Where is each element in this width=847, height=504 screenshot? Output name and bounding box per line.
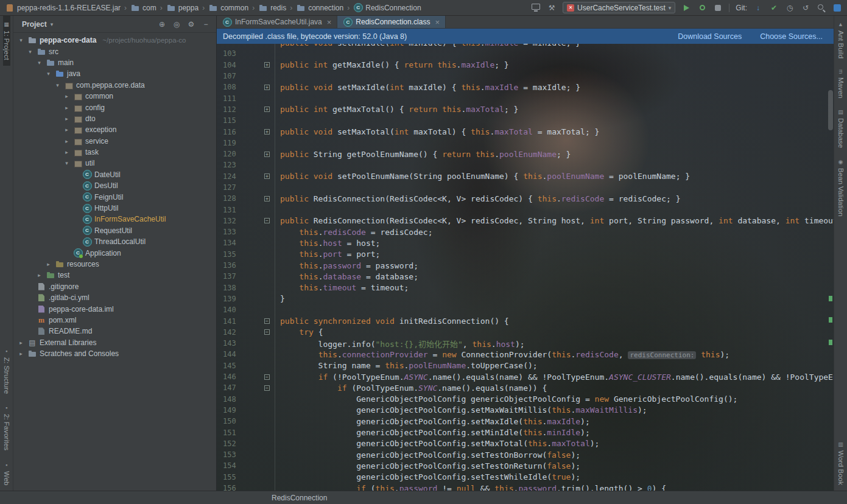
- breadcrumb-item-redisconnection[interactable]: RedisConnection: [353, 3, 421, 13]
- scrollbar-thumb[interactable]: [828, 90, 833, 130]
- chevron-collapsed-icon[interactable]: ▸: [63, 149, 71, 155]
- locate-icon[interactable]: ⊕: [156, 20, 167, 29]
- tree-item-dto[interactable]: ▸dto: [13, 113, 216, 124]
- chevron-collapsed-icon[interactable]: ▸: [44, 261, 52, 267]
- tool-window-button-z-structure[interactable]: ▪Z: Structure: [3, 343, 10, 399]
- chevron-expanded-icon[interactable]: ▾: [26, 49, 34, 55]
- undo-icon[interactable]: ↺: [801, 3, 810, 13]
- breadcrumb-item-peppa[interactable]: peppa: [166, 3, 199, 13]
- history-icon[interactable]: ◷: [785, 3, 795, 13]
- tool-window-button-word-book[interactable]: ▥Word Book: [837, 436, 845, 491]
- chevron-collapsed-icon[interactable]: ▸: [17, 351, 25, 357]
- chevron-expanded-icon[interactable]: ▾: [44, 71, 52, 77]
- close-icon[interactable]: ×: [327, 18, 332, 27]
- tool-window-button-1-project[interactable]: ▦1: Project: [3, 16, 10, 66]
- fold-icon[interactable]: +: [264, 196, 270, 201]
- tool-window-button-web[interactable]: ▪Web: [3, 457, 10, 491]
- search-icon[interactable]: [817, 3, 826, 13]
- chevron-expanded-icon[interactable]: ▾: [17, 37, 25, 43]
- tool-window-button-maven[interactable]: mMaven: [837, 64, 845, 103]
- tool-window-button-bean-validation[interactable]: ◉Bean Validation: [837, 153, 845, 222]
- collapse-all-icon[interactable]: ◎: [171, 20, 182, 29]
- tree-item-exception[interactable]: ▸exception: [13, 124, 216, 135]
- tree-item-scratches-and-consoles[interactable]: ▸Scratches and Consoles: [13, 348, 216, 359]
- banner-link-choose-sources[interactable]: Choose Sources...: [760, 32, 823, 41]
- tree-item-application[interactable]: Application: [13, 247, 216, 258]
- tree-item-gitlab-ci-yml[interactable]: .gitlab-ci.yml: [13, 292, 216, 303]
- tree-item-threadlocalutil[interactable]: ThreadLocalUtil: [13, 236, 216, 247]
- tree-item-src[interactable]: ▾src: [13, 46, 216, 57]
- monitor-icon[interactable]: [531, 3, 541, 13]
- tree-item-external-libraries[interactable]: ▸External Libraries: [13, 337, 216, 348]
- fold-icon[interactable]: +: [264, 152, 270, 157]
- tree-item-dateutil[interactable]: DateUtil: [13, 169, 216, 180]
- tree-item-readme-md[interactable]: README.md: [13, 326, 216, 337]
- chevron-expanded-icon[interactable]: ▾: [54, 82, 62, 88]
- editor-tab-informsavecacheutil-java[interactable]: InFormSaveCacheUtil.java×: [217, 16, 337, 28]
- window-icon[interactable]: [834, 4, 841, 12]
- tree-item-resources[interactable]: ▸resources: [13, 259, 216, 270]
- tree-item-test[interactable]: ▸test: [13, 270, 216, 281]
- tool-window-button-2-favorites[interactable]: ▪2: Favorites: [3, 399, 10, 456]
- code-editor[interactable]: public void setMinIdle(int minIdle) { th…: [217, 44, 834, 491]
- run-button[interactable]: [684, 5, 689, 11]
- breadcrumb-item-common[interactable]: common: [208, 3, 248, 13]
- git-update-icon[interactable]: ↓: [753, 3, 763, 13]
- git-commit-icon[interactable]: ✔: [769, 3, 779, 13]
- tree-item-peppa-core-data-iml[interactable]: peppa-core-data.iml: [13, 303, 216, 314]
- breadcrumb-item-com[interactable]: com: [130, 3, 156, 13]
- tree-item-peppa-core-data[interactable]: ▾peppa-core-data~/project/huohua/peppa-c…: [13, 35, 216, 46]
- tree-item-main[interactable]: ▾main: [13, 57, 216, 68]
- fold-icon[interactable]: +: [264, 85, 270, 90]
- fold-icon[interactable]: −: [264, 218, 270, 223]
- chevron-collapsed-icon[interactable]: ▸: [63, 138, 71, 144]
- fold-icon[interactable]: +: [264, 173, 270, 179]
- editor-scrollbar[interactable]: [828, 44, 834, 491]
- tool-window-button-database[interactable]: ▤Database: [837, 103, 845, 153]
- run-config-select[interactable]: ✕ UserCacheServiceTest.test ▾: [563, 2, 675, 13]
- fold-icon[interactable]: +: [264, 62, 270, 68]
- tree-item-common[interactable]: ▸common: [13, 91, 216, 102]
- fold-icon[interactable]: −: [264, 329, 270, 335]
- tree-item-service[interactable]: ▸service: [13, 136, 216, 147]
- tree-item-config[interactable]: ▸config: [13, 102, 216, 113]
- fold-icon[interactable]: −: [264, 374, 270, 380]
- coverage-icon[interactable]: [700, 5, 705, 10]
- chevron-down-icon[interactable]: ▾: [51, 21, 54, 27]
- tree-item-feignutil[interactable]: FeignUtil: [13, 191, 216, 202]
- tree-item-java[interactable]: ▾java: [13, 68, 216, 79]
- chevron-collapsed-icon[interactable]: ▸: [63, 105, 71, 111]
- banner-link-download-sources[interactable]: Download Sources: [678, 32, 742, 41]
- tree-item-task[interactable]: ▸task: [13, 147, 216, 158]
- chevron-collapsed-icon[interactable]: ▸: [17, 340, 25, 346]
- breadcrumb-item-connection[interactable]: connection: [296, 3, 343, 13]
- tree-item-gitignore[interactable]: .gitignore: [13, 281, 216, 292]
- project-panel-title[interactable]: Project: [22, 20, 47, 29]
- tree-item-informsavecacheutil[interactable]: InFormSaveCacheUtil: [13, 214, 216, 225]
- build-hammer-icon[interactable]: ⚒: [547, 3, 557, 13]
- close-icon[interactable]: ×: [435, 18, 440, 27]
- tree-item-requestutil[interactable]: RequestUtil: [13, 225, 216, 236]
- breadcrumb-item-peppa-redis-1-1-6-release-jar[interactable]: peppa-redis-1.1.6-RELEASE.jar: [5, 3, 121, 13]
- chevron-collapsed-icon[interactable]: ▸: [35, 272, 43, 278]
- chevron-collapsed-icon[interactable]: ▸: [63, 116, 71, 122]
- hide-panel-icon[interactable]: −: [200, 20, 211, 29]
- fold-icon[interactable]: −: [264, 318, 270, 324]
- editor-tab-redisconnection-class[interactable]: RedisConnection.class×: [337, 16, 446, 28]
- tree-item-desutil[interactable]: DesUtil: [13, 180, 216, 191]
- tree-item-pom-xml[interactable]: pom.xml: [13, 315, 216, 326]
- gear-icon[interactable]: ⚙: [186, 20, 197, 29]
- tree-item-util[interactable]: ▾util: [13, 158, 216, 169]
- fold-icon[interactable]: +: [264, 129, 270, 135]
- fold-icon[interactable]: +: [264, 107, 270, 112]
- status-breadcrumb[interactable]: RedisConnection: [272, 494, 327, 502]
- chevron-expanded-icon[interactable]: ▾: [63, 160, 71, 166]
- breadcrumb-item-redis[interactable]: redis: [258, 3, 286, 13]
- tool-window-button-ant-build[interactable]: ▲Ant Build: [837, 16, 845, 64]
- profiler-icon[interactable]: [715, 5, 721, 11]
- chevron-expanded-icon[interactable]: ▾: [35, 60, 43, 66]
- chevron-collapsed-icon[interactable]: ▸: [63, 93, 71, 99]
- chevron-collapsed-icon[interactable]: ▸: [63, 127, 71, 133]
- tree-item-com-peppa-core-data[interactable]: ▾com.peppa.core.data: [13, 80, 216, 91]
- tree-item-httputil[interactable]: HttpUtil: [13, 203, 216, 214]
